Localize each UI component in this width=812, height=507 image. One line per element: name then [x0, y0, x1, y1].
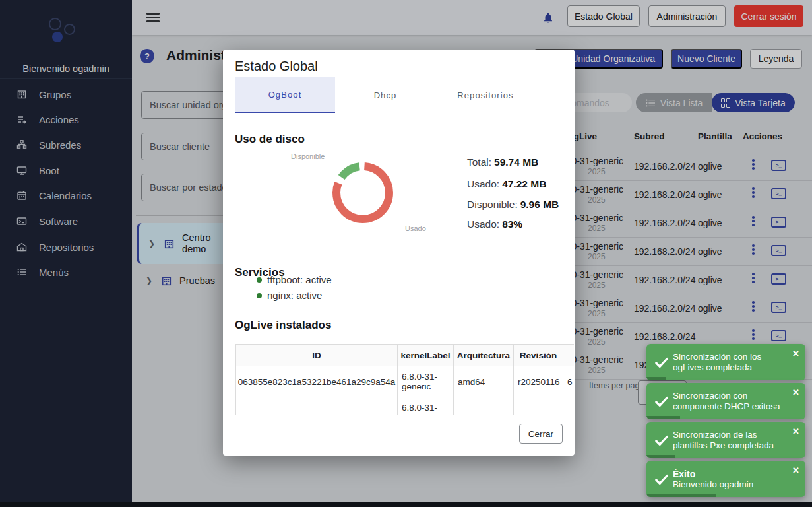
oglive-rev-cell: r20250116	[514, 366, 563, 397]
app-root: Bienvenido ogadmin Grupos Acciones Subre…	[0, 0, 812, 507]
toast: Sincronización de las plantillas Pxe com…	[646, 422, 805, 458]
oglive-table: ID kernelLabel Arquitectura Revisión 063…	[235, 344, 574, 415]
toast-progress	[646, 455, 675, 458]
oglive-col-id: ID	[236, 345, 398, 366]
oglive-arq-cell: amd64	[454, 366, 514, 397]
oglive-heading: OgLive instalados	[235, 319, 331, 332]
stat-usado-mb: Usado:47.22 MB	[467, 178, 546, 190]
toast-stack: Sincronización con los ogLives completad…	[646, 344, 805, 497]
donut-label-usado: Usado	[405, 224, 426, 232]
stat-disponible: Disponible:9.96 MB	[467, 199, 559, 211]
toast-progress	[646, 416, 680, 419]
cerrar-button[interactable]: Cerrar	[519, 424, 563, 444]
check-icon	[654, 472, 669, 487]
close-icon[interactable]: ✕	[792, 388, 799, 397]
toast-body: Sincronización con los ogLives completad…	[673, 344, 781, 380]
status-dot-icon	[257, 277, 262, 283]
oglive-extra-cell: 6	[563, 366, 574, 397]
toast-message: Sincronización con los ogLives completad…	[673, 352, 781, 373]
oglive-col-revision: Revisión	[514, 345, 563, 366]
toast: ÉxitoBienvenido ogadmin✕	[646, 461, 805, 497]
oglive-col-kernel: kernelLabel	[398, 345, 454, 366]
tab-ogboot[interactable]: OgBoot	[235, 77, 335, 113]
toast-progress	[646, 377, 666, 380]
toast-message: Sincronización con componente DHCP exito…	[673, 391, 781, 412]
tab-dhcp[interactable]: Dhcp	[335, 77, 435, 113]
toast-message: Sincronización de las plantillas Pxe com…	[673, 430, 781, 451]
oglive-kernel-cell: 6.8.0-31-generic	[398, 366, 454, 397]
estado-global-modal: Estado Global OgBoot Dhcp Repositorios U…	[223, 50, 575, 456]
close-icon[interactable]: ✕	[792, 349, 799, 358]
disk-usage-donut-chart	[328, 158, 397, 227]
toast-body: Sincronización de las plantillas Pxe com…	[673, 422, 781, 458]
oglive-id-cell	[236, 397, 398, 415]
oglive-id-cell: 063855e823c1a53221be461a29c9a54a	[236, 366, 398, 397]
oglive-arq-cell	[454, 397, 514, 415]
toast: Sincronización con los ogLives completad…	[646, 344, 805, 380]
disk-usage-heading: Uso de disco	[235, 133, 305, 146]
stat-total: Total:59.74 MB	[467, 156, 538, 168]
service-nginx: nginx: active	[257, 290, 322, 301]
close-icon[interactable]: ✕	[792, 465, 799, 475]
oglive-col-extra	[563, 345, 574, 366]
oglive-rev-cell	[514, 397, 563, 415]
stat-usado-pct: Usado:83%	[467, 219, 522, 230]
service-tftpboot: tftpboot: active	[257, 274, 332, 285]
oglive-extra-cell	[563, 397, 574, 415]
check-icon	[654, 433, 669, 448]
toast-progress	[646, 494, 716, 497]
toast-message: Bienvenido ogadmin	[673, 479, 781, 490]
modal-tabs: OgBoot Dhcp Repositorios	[235, 77, 536, 113]
toast-body: Sincronización con componente DHCP exito…	[673, 383, 781, 419]
toast: Sincronización con componente DHCP exito…	[646, 383, 805, 419]
modal-title: Estado Global	[235, 59, 318, 74]
check-icon	[654, 355, 669, 370]
check-icon	[654, 394, 669, 409]
tab-repositorios[interactable]: Repositorios	[435, 77, 536, 113]
toast-body: ÉxitoBienvenido ogadmin	[673, 461, 781, 497]
close-icon[interactable]: ✕	[792, 426, 799, 436]
bottom-edge	[0, 502, 812, 507]
donut-label-disponible: Disponible	[291, 152, 325, 160]
toast-title: Éxito	[673, 469, 781, 479]
status-dot-icon	[257, 293, 262, 298]
oglive-kernel-cell: 6.8.0-31-generic	[398, 397, 454, 415]
oglive-col-arquitectura: Arquitectura	[454, 345, 514, 366]
